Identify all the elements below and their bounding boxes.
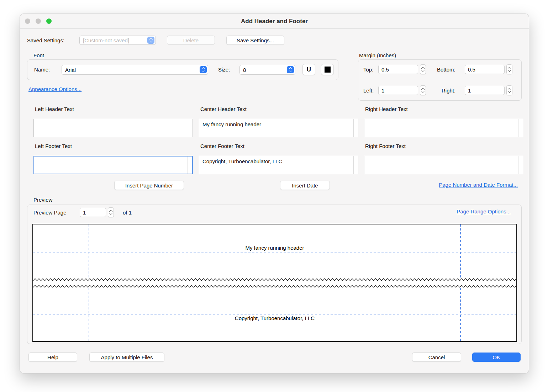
right-header-textbox[interactable] xyxy=(364,119,523,137)
font-name-label: Name: xyxy=(34,67,50,73)
dialog-title: Add Header and Footer xyxy=(20,14,529,29)
center-footer-label: Center Footer Text xyxy=(200,143,244,149)
preview-group-label: Preview xyxy=(33,197,52,203)
preview-header-text: My fancy running header xyxy=(33,245,516,251)
zoom-button[interactable] xyxy=(46,18,52,24)
insert-page-number-label: Insert Page Number xyxy=(125,182,173,189)
right-footer-textbox[interactable] xyxy=(364,156,523,174)
select-arrows-icon xyxy=(287,66,294,73)
save-settings-button[interactable]: Save Settings... xyxy=(226,36,284,45)
help-button[interactable]: Help xyxy=(28,353,77,362)
font-group-label: Font xyxy=(33,52,44,59)
margin-bottom-stepper[interactable] xyxy=(506,64,512,74)
right-header-scrollbar[interactable] xyxy=(518,119,523,137)
center-footer-scrollbar[interactable] xyxy=(353,156,358,174)
save-settings-button-label: Save Settings... xyxy=(237,37,274,43)
margin-top-stepper[interactable] xyxy=(420,64,426,74)
delete-button-label: Delete xyxy=(183,37,199,43)
torn-edge-icon xyxy=(33,277,516,282)
saved-settings-value: [Custom-not saved] xyxy=(83,37,129,43)
preview-page-input[interactable] xyxy=(80,208,106,217)
header-margin-guide xyxy=(33,253,516,253)
appearance-options-link[interactable]: Appearance Options... xyxy=(28,86,81,92)
left-footer-label: Left Footer Text xyxy=(35,143,72,149)
ok-button-label: OK xyxy=(492,354,500,360)
margin-right-input[interactable] xyxy=(465,86,505,95)
titlebar: Add Header and Footer xyxy=(20,14,529,29)
insert-date-label: Insert Date xyxy=(292,182,318,189)
left-margin-guide xyxy=(89,288,89,341)
margin-left-stepper[interactable] xyxy=(420,85,426,95)
help-button-label: Help xyxy=(47,354,58,360)
preview-page: My fancy running header Co xyxy=(32,224,517,342)
margin-bottom-label: Bottom: xyxy=(437,67,455,73)
font-name-select[interactable]: Arial xyxy=(62,65,208,75)
center-header-scrollbar[interactable] xyxy=(353,119,358,137)
select-arrows-icon xyxy=(147,37,154,44)
minimize-button[interactable] xyxy=(36,18,41,24)
font-name-value: Arial xyxy=(65,67,76,73)
center-header-label: Center Header Text xyxy=(200,106,247,112)
page-number-date-format-link[interactable]: Page Number and Date Format... xyxy=(439,182,518,188)
saved-settings-select[interactable]: [Custom-not saved] xyxy=(79,36,156,45)
right-margin-guide xyxy=(460,288,461,341)
ok-button[interactable]: OK xyxy=(472,353,521,362)
preview-page-stepper[interactable] xyxy=(108,207,114,217)
apply-to-multiple-files-button[interactable]: Apply to Multiple Files xyxy=(89,353,164,362)
margin-top-label: Top: xyxy=(363,67,373,73)
font-color-button[interactable] xyxy=(321,64,334,75)
page-range-options-link[interactable]: Page Range Options... xyxy=(457,208,511,214)
select-arrows-icon xyxy=(200,66,207,73)
center-footer-textbox[interactable]: Copyright, Turboencabulator, LLC xyxy=(199,156,358,174)
footer-margin-guide xyxy=(33,314,516,314)
insert-date-button[interactable]: Insert Date xyxy=(280,181,330,190)
underline-button-label: U xyxy=(307,66,311,73)
left-header-scrollbar[interactable] xyxy=(188,119,193,137)
center-footer-text: Copyright, Turboencabulator, LLC xyxy=(202,158,352,164)
preview-footer-text: Copyright, Turboencabulator, LLC xyxy=(33,315,516,321)
right-margin-guide xyxy=(460,224,461,278)
center-header-text: My fancy running header xyxy=(202,121,352,127)
cancel-button[interactable]: Cancel xyxy=(412,353,461,362)
font-size-select[interactable]: 8 xyxy=(239,65,295,75)
left-header-textbox[interactable] xyxy=(33,119,193,137)
desktop: Add Header and Footer Saved Settings: [C… xyxy=(0,0,548,392)
right-footer-label: Right Footer Text xyxy=(365,143,406,149)
margin-left-label: Left: xyxy=(363,88,374,94)
preview-of-label: of 1 xyxy=(123,210,132,216)
cancel-button-label: Cancel xyxy=(428,354,445,360)
font-size-value: 8 xyxy=(243,67,246,73)
torn-edge-icon xyxy=(33,284,516,288)
margin-top-input[interactable] xyxy=(378,65,418,74)
insert-page-number-button[interactable]: Insert Page Number xyxy=(114,181,184,190)
apply-to-multiple-files-label: Apply to Multiple Files xyxy=(101,354,153,360)
margin-group-label: Margin (Inches) xyxy=(359,52,396,59)
margin-left-input[interactable] xyxy=(378,86,418,95)
left-header-label: Left Header Text xyxy=(35,106,74,112)
font-color-swatch xyxy=(325,67,331,73)
saved-settings-label: Saved Settings: xyxy=(27,37,64,44)
delete-button[interactable]: Delete xyxy=(167,36,215,45)
close-button[interactable] xyxy=(25,18,30,24)
left-footer-scrollbar[interactable] xyxy=(188,157,192,174)
right-footer-scrollbar[interactable] xyxy=(518,156,523,174)
left-margin-guide xyxy=(89,224,89,278)
add-header-footer-dialog: Add Header and Footer Saved Settings: [C… xyxy=(20,14,529,374)
font-size-label: Size: xyxy=(218,67,230,73)
preview-page-label: Preview Page xyxy=(33,210,67,216)
center-header-textbox[interactable]: My fancy running header xyxy=(199,119,358,137)
right-header-label: Right Header Text xyxy=(365,106,408,112)
margin-right-stepper[interactable] xyxy=(506,85,512,95)
left-footer-textbox[interactable] xyxy=(33,156,193,174)
margin-right-label: Right: xyxy=(442,88,455,94)
margin-bottom-input[interactable] xyxy=(465,65,505,74)
underline-button[interactable]: U xyxy=(302,64,315,75)
